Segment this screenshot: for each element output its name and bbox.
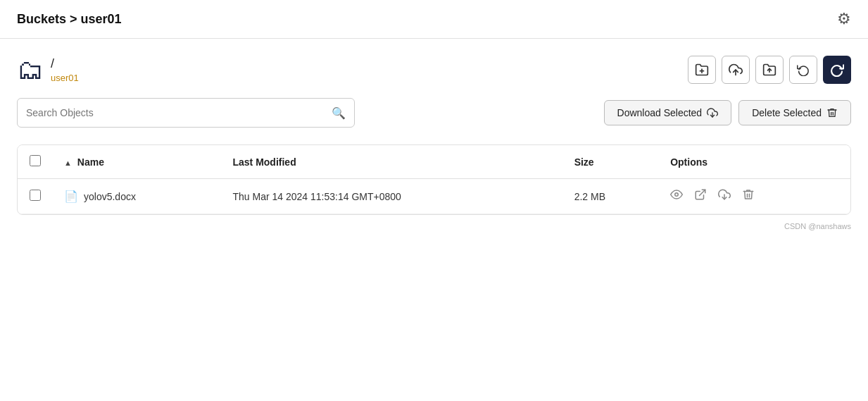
refresh-button[interactable] (823, 56, 851, 84)
folder-name: user01 (51, 73, 79, 83)
size-column-header: Size (563, 145, 660, 179)
open-icon[interactable] (694, 188, 707, 204)
undo-button[interactable] (789, 56, 817, 84)
folder-icon: 🗂 (17, 56, 44, 83)
svg-point-4 (675, 193, 679, 197)
select-all-header[interactable] (18, 145, 53, 179)
last-modified-column-header: Last Modified (221, 145, 562, 179)
files-table: ▲ Name Last Modified Size Options (18, 145, 850, 214)
breadcrumb: Buckets > user01 (17, 12, 122, 27)
main-content: 🗂 / user01 (0, 39, 868, 215)
options-cell (659, 179, 850, 214)
folder-slash: / (51, 56, 79, 71)
name-column-header[interactable]: ▲ Name (53, 145, 221, 179)
folder-row: 🗂 / user01 (17, 56, 851, 84)
preview-icon[interactable] (670, 188, 683, 204)
upload-folder-button[interactable] (755, 56, 784, 84)
row-checkbox-cell[interactable] (18, 179, 53, 214)
delete-selected-button[interactable]: Delete Selected (738, 100, 851, 125)
delete-selected-label: Delete Selected (752, 107, 822, 118)
download-selected-button[interactable]: Download Selected (604, 100, 732, 125)
options-column-header: Options (659, 145, 850, 179)
trash-icon (826, 107, 838, 118)
select-all-checkbox[interactable] (30, 155, 41, 166)
search-box[interactable]: 🔍 (17, 98, 355, 128)
delete-file-icon[interactable] (742, 188, 755, 204)
table-body: 📄 yolov5.docx Thu Mar 14 2024 11:53:14 G… (18, 179, 850, 214)
download-file-icon[interactable] (718, 188, 731, 204)
sort-arrow-icon: ▲ (64, 159, 72, 167)
table-header-row: ▲ Name Last Modified Size Options (18, 145, 850, 179)
action-buttons: Download Selected Delete Selected (604, 100, 851, 125)
svg-line-5 (700, 190, 705, 195)
last-modified-cell: Thu Mar 14 2024 11:53:14 GMT+0800 (221, 179, 562, 214)
footer-note: CSDN @nanshaws (0, 215, 868, 235)
size-cell: 2.2 MB (563, 179, 660, 214)
search-and-actions: 🔍 Download Selected Delete Selected (17, 98, 851, 128)
search-icon: 🔍 (332, 106, 346, 120)
file-type-icon: 📄 (64, 190, 78, 203)
download-icon (707, 107, 718, 118)
toolbar-right (688, 56, 851, 84)
folder-path: / user01 (51, 56, 79, 83)
app-header: Buckets > user01 ⚙ (0, 0, 868, 39)
folder-info: 🗂 / user01 (17, 56, 79, 83)
file-name-cell: 📄 yolov5.docx (53, 179, 221, 214)
files-table-container: ▲ Name Last Modified Size Options (17, 144, 851, 215)
settings-icon[interactable]: ⚙ (837, 10, 851, 28)
add-folder-button[interactable] (688, 56, 716, 84)
row-checkbox[interactable] (30, 190, 41, 201)
file-name: yolov5.docx (84, 191, 136, 202)
download-selected-label: Download Selected (617, 107, 703, 118)
upload-button[interactable] (722, 56, 750, 84)
search-input[interactable] (26, 107, 332, 118)
table-row: 📄 yolov5.docx Thu Mar 14 2024 11:53:14 G… (18, 179, 850, 214)
